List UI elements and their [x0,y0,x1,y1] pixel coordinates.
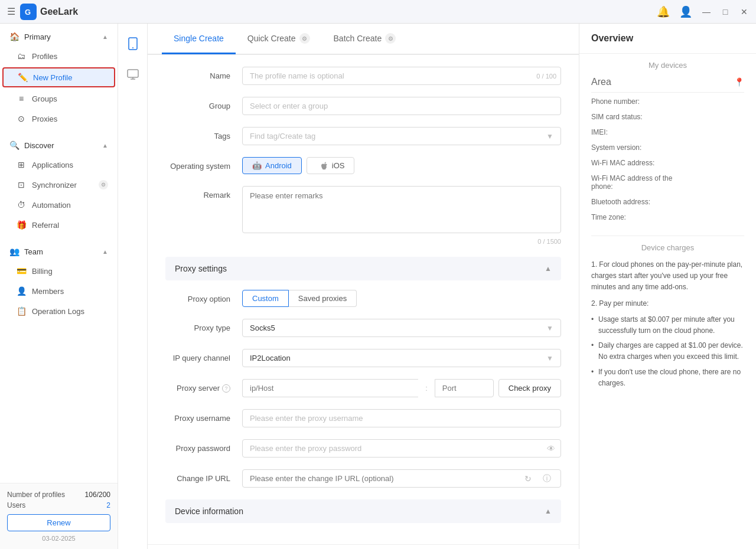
overview-sim-status-row: SIM card status: [591,113,744,121]
remark-input[interactable] [242,186,561,233]
close-button[interactable]: ✕ [739,7,749,17]
port-separator: : [423,384,430,393]
check-proxy-button[interactable]: Check proxy [498,379,561,397]
sidebar-item-applications[interactable]: ⊞ Applications [0,155,118,175]
sidebar-item-referral[interactable]: 🎁 Referral [0,215,118,235]
quick-create-badge: ⚙ [299,33,310,44]
sidebar-item-synchronizer[interactable]: ⊡ Synchronizer ⚙ [0,175,118,195]
group-row: Group [165,97,561,115]
tabs-header: Single Create Quick Create ⚙ Batch Creat… [148,24,579,55]
overview-bluetooth-row: Bluetooth address: [591,198,744,206]
sidebar-footer: Number of profiles 106/200 Users 2 Renew… [0,483,118,549]
device-info-section-title: Device information [175,506,243,516]
form-area: Single Create Quick Create ⚙ Batch Creat… [148,24,579,549]
notification-icon[interactable]: 🔔 [657,5,670,18]
sidebar-team-group[interactable]: 👥 Team ▲ [0,242,118,261]
sidebar-item-operation-logs[interactable]: 📋 Operation Logs [0,301,118,321]
custom-proxy-button[interactable]: Custom [242,290,289,307]
change-ip-help-icon[interactable]: ⓘ [539,470,555,487]
overview-panel: Overview My devices Area 📍 Phone number:… [579,24,756,549]
proxy-username-input[interactable] [242,409,561,427]
overview-header: Overview [579,24,756,54]
tab-single-create[interactable]: Single Create [162,24,236,54]
sidebar-item-automation[interactable]: ⏱ Automation [0,195,118,215]
proxy-type-control: Socks5 ▼ [242,319,561,337]
proxy-password-input[interactable] [242,439,561,458]
phone-icon-btn[interactable] [122,33,144,54]
sidebar-discover-group[interactable]: 🔍 Discover ▲ [0,136,118,155]
overview-divider-1 [591,92,744,93]
sidebar-item-profiles[interactable]: 🗂 Profiles [0,46,118,66]
titlebar: ☰ G GeeLark 🔔 👤 — □ ✕ [0,0,756,24]
sidebar-discover-section: 🔍 Discover ▲ ⊞ Applications ⊡ Synchroniz… [0,132,118,238]
operation-logs-icon: 📋 [17,306,26,316]
change-ip-icons: ↻ ⓘ [520,470,555,487]
os-control: 🤖 Android iOS [242,157,561,174]
minimize-button[interactable]: — [702,7,711,17]
automation-icon: ⏱ [17,200,26,210]
change-ip-control: ↻ ⓘ [242,469,561,488]
android-button[interactable]: 🤖 Android [242,157,302,174]
tab-quick-create[interactable]: Quick Create ⚙ [236,24,322,55]
proxy-host-input[interactable] [242,379,418,397]
change-ip-input[interactable] [242,469,561,488]
group-input[interactable] [242,97,561,115]
ip-query-control: IP2Location ▼ [242,349,561,367]
overview-my-devices-section: My devices Area 📍 Phone number: SIM card… [579,54,756,236]
tab-batch-create[interactable]: Batch Create ⚙ [322,24,408,55]
name-input[interactable] [242,67,561,85]
sidebar-item-proxies[interactable]: ⊙ Proxies [0,109,118,129]
maximize-button[interactable]: □ [721,7,730,17]
svg-rect-4 [128,70,138,77]
proxy-type-row: Proxy type Socks5 ▼ [165,319,561,337]
refresh-icon[interactable]: ↻ [520,470,536,487]
sidebar-primary-group[interactable]: 🏠 Primary ▲ [0,27,118,46]
primary-label: 🏠 Primary [9,32,51,41]
proxy-server-inputs: : Check proxy [242,379,561,397]
overview-wifi-mac-phone-row: Wi-Fi MAC address of the phone: [591,174,744,191]
location-icon: 📍 [734,77,744,87]
new-profile-icon: ✏️ [18,73,27,82]
profiles-icon: 🗂 [17,51,26,61]
applications-icon: ⊞ [17,160,26,169]
group-label: Group [165,97,242,110]
proxy-username-control [242,409,561,427]
sidebar-item-members[interactable]: 👤 Members [0,281,118,301]
groups-icon: ≡ [17,94,26,103]
primary-icon: 🏠 [9,32,19,41]
sidebar-item-new-profile[interactable]: ✏️ New Profile [2,67,115,87]
sidebar-item-billing[interactable]: 💳 Billing [0,261,118,281]
password-toggle-icon[interactable]: 👁 [547,444,555,453]
saved-proxies-button[interactable]: Saved proxies [289,290,357,307]
sidebar-toggle-icon[interactable]: ☰ [7,6,15,17]
footer-users: Users 2 [7,501,110,509]
tags-row: Tags Find tag/Create tag ▼ [165,127,561,145]
svg-point-3 [132,47,133,48]
app-body: 🏠 Primary ▲ 🗂 Profiles ✏️ New Profile ≡ … [0,24,756,549]
discover-chevron: ▲ [102,142,108,149]
titlebar-right: 🔔 👤 — □ ✕ [657,5,749,18]
proxy-server-help-icon[interactable]: ? [222,384,230,393]
remark-counter: 0 / 1500 [242,238,561,245]
proxy-options: Custom Saved proxies [242,290,561,307]
proxy-type-select[interactable]: Socks5 ▼ [242,319,561,337]
desktop-icon-btn[interactable] [122,64,144,85]
sidebar-item-groups[interactable]: ≡ Groups [0,89,118,109]
team-label: 👥 Team [9,247,43,256]
tags-input[interactable]: Find tag/Create tag ▼ [242,127,561,145]
proxy-password-label: Proxy password [165,439,242,453]
titlebar-left: ☰ G GeeLark [7,4,78,20]
ios-button[interactable]: iOS [307,157,355,174]
proxy-type-chevron: ▼ [546,324,553,332]
change-ip-inputs: ↻ ⓘ [242,469,561,488]
device-info-section-header[interactable]: Device information ▲ [165,499,561,523]
ip-query-select[interactable]: IP2Location ▼ [242,349,561,367]
primary-chevron: ▲ [102,34,108,40]
synchronizer-icon: ⊡ [17,180,26,189]
proxies-icon: ⊙ [17,114,26,123]
renew-button[interactable]: Renew [7,514,110,531]
user-icon[interactable]: 👤 [679,5,692,18]
proxy-port-input[interactable] [435,379,494,397]
remark-label: Remark [165,186,242,200]
proxy-section-header[interactable]: Proxy settings ▲ [165,257,561,280]
